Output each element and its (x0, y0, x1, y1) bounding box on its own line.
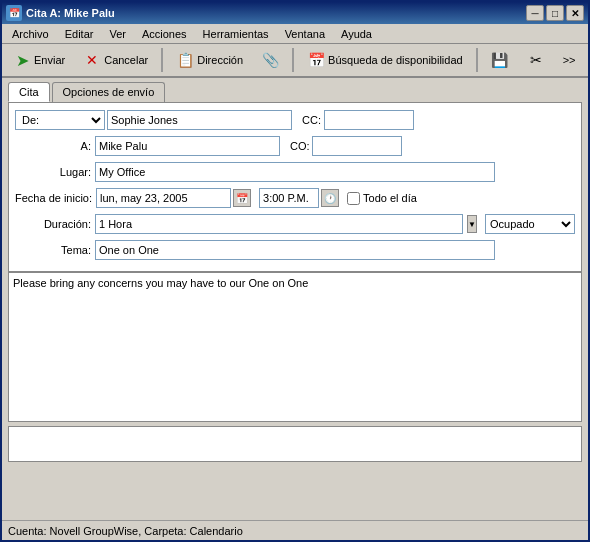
tabs-row: Cita Opciones de envío (2, 78, 588, 102)
title-bar-controls: ─ □ ✕ (526, 5, 584, 21)
attachment-area (8, 426, 582, 462)
menu-ver[interactable]: Ver (103, 26, 132, 42)
duracion-input[interactable] (95, 214, 463, 234)
fecha-row: Fecha de inicio: 📅 🕐 Todo el día (15, 187, 575, 209)
allday-checkbox[interactable] (347, 192, 360, 205)
lugar-row: Lugar: (15, 161, 575, 183)
tema-input[interactable] (95, 240, 495, 260)
more-button[interactable]: >> (556, 46, 583, 74)
menu-bar: Archivo Editar Ver Acciones Herramientas… (2, 24, 588, 44)
body-area (8, 272, 582, 422)
a-input[interactable] (95, 136, 280, 156)
minimize-button[interactable]: ─ (526, 5, 544, 21)
menu-herramientas[interactable]: Herramientas (197, 26, 275, 42)
duration-expand-button[interactable]: ▼ (467, 215, 477, 233)
lugar-label: Lugar: (15, 166, 95, 178)
calendar-button[interactable]: 📅 (233, 189, 251, 207)
title-bar: 📅 Cita A: Mike Palu ─ □ ✕ (2, 2, 588, 24)
tema-row: Tema: (15, 239, 575, 261)
duracion-row: Duración: ▼ OcupadoLibreTentativoFuera d… (15, 213, 575, 235)
menu-ventana[interactable]: Ventana (279, 26, 331, 42)
menu-archivo[interactable]: Archivo (6, 26, 55, 42)
allday-wrap: Todo el día (347, 192, 417, 205)
status-text: Cuenta: Novell GroupWise, Carpeta: Calen… (8, 525, 243, 537)
attach-button[interactable]: 📎 (254, 46, 286, 74)
send-button[interactable]: ➤ Enviar (6, 46, 72, 74)
menu-editar[interactable]: Editar (59, 26, 100, 42)
attach-icon: 📎 (261, 51, 279, 69)
address-button[interactable]: 📋 Dirección (169, 46, 250, 74)
cancel-label: Cancelar (104, 54, 148, 66)
de-row: De: CC: (15, 109, 575, 131)
duration-wrap: ▼ (95, 214, 477, 234)
status-select[interactable]: OcupadoLibreTentativoFuera de oficina (485, 214, 575, 234)
cut-button[interactable]: ✂ (520, 46, 552, 74)
de-select[interactable]: De: (15, 110, 105, 130)
address-label: Dirección (197, 54, 243, 66)
app-icon: 📅 (6, 5, 22, 21)
tema-label: Tema: (15, 244, 95, 256)
toolbar-sep-3 (476, 48, 478, 72)
availability-button[interactable]: 📅 Búsqueda de disponibilidad (300, 46, 470, 74)
tab-opciones-envio[interactable]: Opciones de envío (52, 82, 166, 102)
menu-ayuda[interactable]: Ayuda (335, 26, 378, 42)
send-label: Enviar (34, 54, 65, 66)
menu-acciones[interactable]: Acciones (136, 26, 193, 42)
send-icon: ➤ (13, 51, 31, 69)
availability-icon: 📅 (307, 51, 325, 69)
window-title: Cita A: Mike Palu (26, 7, 115, 19)
main-window: 📅 Cita A: Mike Palu ─ □ ✕ Archivo Editar… (0, 0, 590, 542)
cancel-icon: ✕ (83, 51, 101, 69)
de-input[interactable] (107, 110, 292, 130)
duracion-label: Duración: (15, 218, 95, 230)
date-wrap: 📅 🕐 Todo el día (96, 188, 417, 208)
title-bar-left: 📅 Cita A: Mike Palu (6, 5, 115, 21)
save-button[interactable]: 💾 (484, 46, 516, 74)
co-input[interactable] (312, 136, 402, 156)
body-textarea[interactable] (13, 277, 577, 417)
a-row: A: CO: (15, 135, 575, 157)
address-icon: 📋 (176, 51, 194, 69)
save-icon: 💾 (491, 51, 509, 69)
toolbar: ➤ Enviar ✕ Cancelar 📋 Dirección 📎 📅 Búsq… (2, 44, 588, 78)
form-area: De: CC: A: CO: Lugar: Fecha de inicio: 📅… (8, 102, 582, 272)
status-bar: Cuenta: Novell GroupWise, Carpeta: Calen… (2, 520, 588, 540)
a-label: A: (15, 140, 95, 152)
lugar-input[interactable] (95, 162, 495, 182)
cancel-button[interactable]: ✕ Cancelar (76, 46, 155, 74)
more-label: >> (563, 54, 576, 66)
time-picker-button[interactable]: 🕐 (321, 189, 339, 207)
tab-cita[interactable]: Cita (8, 82, 50, 102)
cc-input[interactable] (324, 110, 414, 130)
co-label: CO: (290, 140, 312, 152)
toolbar-sep-1 (161, 48, 163, 72)
close-button[interactable]: ✕ (566, 5, 584, 21)
toolbar-sep-2 (292, 48, 294, 72)
fecha-label: Fecha de inicio: (15, 192, 96, 204)
allday-label: Todo el día (363, 192, 417, 204)
cut-icon: ✂ (527, 51, 545, 69)
fecha-input[interactable] (96, 188, 231, 208)
availability-label: Búsqueda de disponibilidad (328, 54, 463, 66)
cc-label: CC: (302, 114, 324, 126)
hora-input[interactable] (259, 188, 319, 208)
maximize-button[interactable]: □ (546, 5, 564, 21)
